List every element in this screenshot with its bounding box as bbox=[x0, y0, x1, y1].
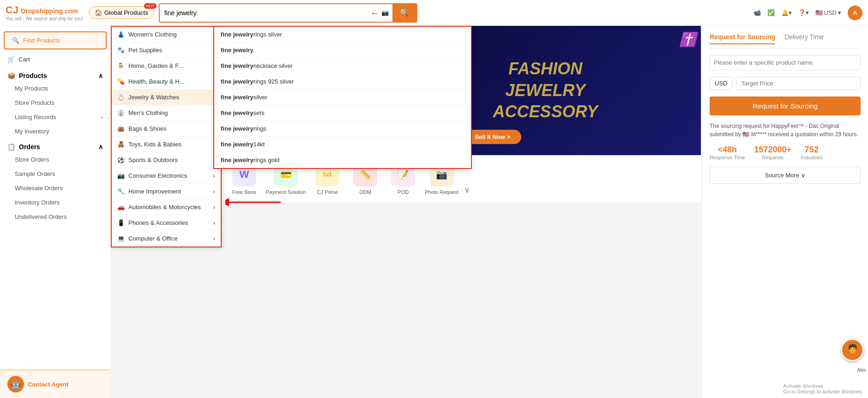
stat-response-time-value: <48h bbox=[710, 145, 745, 155]
tab-request-sourcing[interactable]: Request for Sourcing bbox=[710, 33, 775, 44]
camera-icon[interactable]: 📷 bbox=[378, 9, 392, 16]
pet-supplies-icon: 🐾 bbox=[117, 47, 125, 54]
orders-section-header[interactable]: 📋 Orders ∧ bbox=[0, 139, 110, 152]
home-garden-icon: 🪑 bbox=[117, 62, 125, 69]
bell-icon[interactable]: 🔔▾ bbox=[781, 9, 792, 16]
user-avatar-icon[interactable]: A bbox=[848, 6, 862, 20]
sidebar-item-my-inventory[interactable]: My Inventory bbox=[0, 124, 110, 139]
category-item-home-garden[interactable]: 🪑 Home, Garden & F... bbox=[112, 58, 221, 74]
sidebar-item-my-products[interactable]: My Products bbox=[0, 81, 110, 96]
language-selector[interactable]: 🇺🇸 USD ▾ bbox=[815, 9, 841, 16]
suggestion-item[interactable]: fine jewelryrings 925 silver bbox=[214, 74, 471, 90]
category-item-home-improvement[interactable]: 🔧 Home Improvement › bbox=[112, 184, 221, 199]
suggestion-item[interactable]: fine jewelrysets bbox=[214, 105, 471, 121]
source-more-button[interactable]: Source More ∨ bbox=[710, 167, 861, 184]
video-icon[interactable]: 📹 bbox=[753, 9, 761, 16]
robot-icon: 🤖 bbox=[7, 376, 24, 392]
stat-response-time: <48h Response Time bbox=[710, 145, 745, 160]
sidebar-item-sample-orders[interactable]: Sample Orders bbox=[0, 167, 110, 181]
sidebar-item-undelivered-orders[interactable]: Undelivered Orders bbox=[0, 210, 110, 224]
products-label: Products bbox=[19, 72, 47, 79]
products-collapse-icon: ∧ bbox=[98, 72, 103, 79]
search-suggestions-dropdown: fine jewelryrings silver fine jewelry fi… bbox=[213, 26, 472, 169]
odm-label: ODM bbox=[359, 189, 371, 195]
suggestion-item[interactable]: fine jewelry bbox=[214, 42, 471, 58]
phones-label: Phones & Accessories bbox=[128, 219, 188, 226]
jewelry-watches-label: Jewelry & Watches bbox=[128, 94, 179, 101]
category-item-computer-office[interactable]: 💻 Computer & Office › bbox=[112, 231, 221, 247]
category-item-mens-clothing[interactable]: 👔 Men's Clothing bbox=[112, 105, 221, 121]
category-item-automobiles[interactable]: 🚗 Automobiles & Motorcycles › bbox=[112, 199, 221, 215]
automobiles-label: Automobiles & Motorcycles bbox=[128, 204, 201, 211]
suggestion-item[interactable]: fine jewelrysilver bbox=[214, 90, 471, 105]
automobiles-icon: 🚗 bbox=[117, 204, 125, 211]
sidebar-item-find-products[interactable]: 🔍 Find Products bbox=[4, 31, 107, 49]
category-item-pet-supplies[interactable]: 🐾 Pet Supplies bbox=[112, 42, 221, 58]
sidebar: 🔍 Find Products 🛒 Cart 📦 Products ∧ My P… bbox=[0, 26, 111, 398]
global-products-label: Global Products bbox=[104, 9, 148, 16]
activate-windows-watermark: Activate Windows Go to Settings to activ… bbox=[783, 383, 863, 394]
stats-row: <48h Response Time 1572000+ Requests 752… bbox=[710, 145, 861, 160]
sidebar-item-listing-records[interactable]: Listing Records › bbox=[0, 110, 110, 124]
request-for-sourcing-button[interactable]: Request for Sourcing bbox=[710, 96, 861, 115]
consumer-electronics-icon: 📷 bbox=[117, 172, 125, 179]
sidebar-item-store-products[interactable]: Store Products bbox=[0, 96, 110, 110]
category-item-womens-clothing[interactable]: 👗 Women's Clothing bbox=[112, 27, 221, 42]
stat-requests: 1572000+ Requests bbox=[754, 145, 791, 160]
products-section-header[interactable]: 📦 Products ∧ bbox=[0, 67, 110, 81]
banner-text-accessory: ACCESSORY bbox=[493, 101, 598, 123]
checklist-icon[interactable]: ✅ bbox=[767, 9, 775, 16]
product-name-input[interactable] bbox=[710, 55, 861, 70]
search-input[interactable] bbox=[160, 6, 378, 20]
suggestion-item[interactable]: fine jewelryrings gold bbox=[214, 152, 471, 168]
search-button[interactable]: 🔍 bbox=[392, 4, 416, 22]
orders-collapse-icon: ∧ bbox=[98, 143, 103, 151]
sports-outdoors-label: Sports & Outdoors bbox=[128, 157, 178, 163]
agent-chat-avatar[interactable]: 🧑‍🦱 bbox=[841, 339, 863, 361]
payment-solution-label: Payment Solution bbox=[266, 189, 306, 195]
automobiles-arrow-icon: › bbox=[213, 204, 215, 211]
global-products-button[interactable]: 🏠 Global Products HOT bbox=[89, 6, 154, 19]
sidebar-item-wholesale-orders[interactable]: Wholesale Orders bbox=[0, 181, 110, 195]
category-item-toys-kids[interactable]: 🧸 Toys, Kids & Babies › bbox=[112, 137, 221, 152]
category-item-jewelry-watches[interactable]: 💍 Jewelry & Watches bbox=[112, 90, 221, 105]
tab-delivery-time[interactable]: Delivery Time bbox=[784, 33, 824, 44]
activate-line1: Activate Windows bbox=[783, 383, 823, 389]
category-item-consumer-electronics[interactable]: 📷 Consumer Electronics › bbox=[112, 168, 221, 184]
listing-records-label: Listing Records bbox=[15, 114, 56, 121]
suggestion-item[interactable]: fine jewelryrings bbox=[214, 121, 471, 137]
search-bar-wrapper: ← 📷 🔍 bbox=[159, 3, 417, 23]
toys-kids-icon: 🧸 bbox=[117, 141, 125, 148]
suggestion-item[interactable]: fine jewelryrings silver bbox=[214, 27, 471, 42]
find-products-label: Find Products bbox=[23, 37, 60, 44]
suggestion-item[interactable]: fine jewelrynecklace silver bbox=[214, 58, 471, 74]
suggestion-item[interactable]: fine jewelry14kt bbox=[214, 137, 471, 152]
cart-icon: 🛒 bbox=[7, 56, 15, 63]
sourcing-note: The sourcing request for HappyFeet™ - Da… bbox=[710, 122, 861, 139]
womens-clothing-label: Women's Clothing bbox=[128, 31, 177, 38]
help-icon[interactable]: ❓▾ bbox=[798, 9, 809, 16]
category-item-bags-shoes[interactable]: 👜 Bags & Shoes bbox=[112, 121, 221, 137]
right-panel-tabs: Request for Sourcing Delivery Time bbox=[710, 33, 861, 48]
contact-agent-button[interactable]: 🤖 Contact Agent bbox=[0, 370, 110, 398]
jewelry-watches-icon: 💍 bbox=[117, 94, 125, 101]
home-improvement-icon: 🔧 bbox=[117, 188, 125, 195]
photo-request-label: Photo Request bbox=[425, 189, 458, 195]
target-price-input[interactable] bbox=[736, 77, 861, 90]
wholesale-orders-label: Wholesale Orders bbox=[15, 185, 63, 192]
stat-industries-label: Industries bbox=[801, 155, 823, 160]
mens-clothing-label: Men's Clothing bbox=[128, 109, 168, 116]
sell-it-now-button[interactable]: Sell It Now > bbox=[464, 130, 521, 144]
consumer-electronics-arrow-icon: › bbox=[213, 172, 215, 179]
sidebar-item-store-orders[interactable]: Store Orders bbox=[0, 152, 110, 167]
computer-office-arrow-icon: › bbox=[213, 235, 215, 242]
stat-requests-value: 1572000+ bbox=[754, 145, 791, 155]
expand-services-icon: ∨ bbox=[464, 185, 470, 195]
category-item-phones[interactable]: 📱 Phones & Accessories › bbox=[112, 215, 221, 231]
agent-name-label: Alex bbox=[857, 368, 866, 373]
category-item-sports-outdoors[interactable]: ⚽ Sports & Outdoors › bbox=[112, 152, 221, 168]
sidebar-item-inventory-orders[interactable]: Inventory Orders bbox=[0, 195, 110, 210]
sidebar-item-cart[interactable]: 🛒 Cart bbox=[0, 51, 110, 67]
stat-industries-value: 752 bbox=[801, 145, 823, 155]
category-item-health-beauty[interactable]: 💊 Health, Beauty & H... bbox=[112, 74, 221, 90]
